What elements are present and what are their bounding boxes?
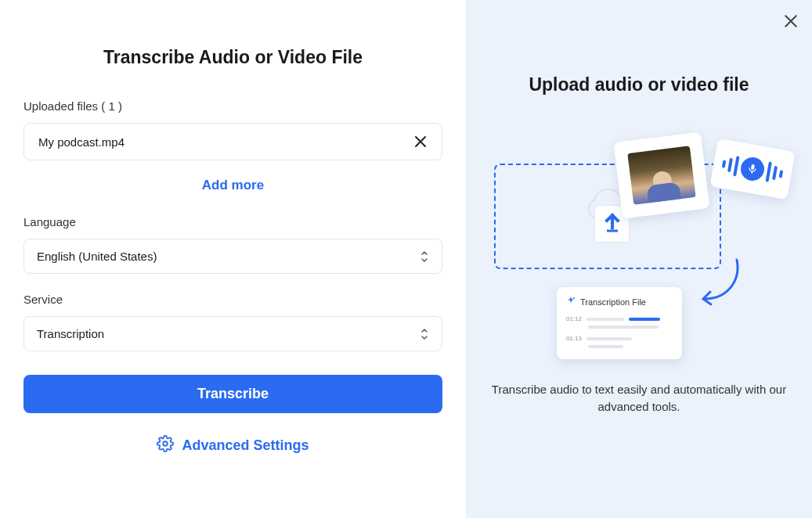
svg-rect-2 — [751, 164, 755, 171]
timestamp-1: 01:12 — [566, 315, 582, 322]
language-label: Language — [23, 215, 442, 228]
upload-arrow-icon — [604, 212, 621, 236]
page-title: Transcribe Audio or Video File — [23, 47, 442, 68]
uploaded-files-label: Uploaded files ( 1 ) — [23, 99, 442, 113]
right-panel: Upload audio or video file — [466, 0, 812, 518]
gear-icon — [157, 435, 174, 456]
timestamp-2: 01:13 — [566, 335, 582, 342]
transcription-card: Transcription File 01:12 01:13 — [557, 287, 682, 359]
upload-title: Upload audio or video file — [529, 74, 749, 95]
file-name: My podcast.mp4 — [38, 135, 125, 149]
advanced-settings-label: Advanced Settings — [182, 437, 309, 454]
advanced-settings-button[interactable]: Advanced Settings — [23, 435, 442, 456]
language-value: English (United States) — [37, 250, 157, 263]
sparkle-icon — [566, 297, 576, 308]
service-select[interactable]: Transcription — [23, 316, 442, 351]
chevron-updown-icon — [420, 250, 429, 263]
left-panel: Transcribe Audio or Video File Uploaded … — [0, 0, 466, 518]
transcribe-button[interactable]: Transcribe — [23, 375, 442, 413]
svg-point-0 — [164, 441, 168, 446]
audio-card — [709, 138, 795, 200]
uploaded-file-row: My podcast.mp4 — [23, 123, 442, 160]
language-select[interactable]: English (United States) — [23, 239, 442, 274]
remove-file-icon[interactable] — [413, 135, 428, 149]
svg-line-3 — [752, 171, 752, 174]
chevron-updown-icon — [420, 328, 429, 340]
close-icon[interactable] — [784, 14, 798, 31]
video-card — [613, 132, 709, 219]
transcription-card-title: Transcription File — [580, 297, 646, 307]
add-more-button[interactable]: Add more — [23, 178, 442, 193]
microphone-icon — [739, 156, 767, 183]
service-value: Transcription — [37, 327, 104, 340]
service-label: Service — [23, 293, 442, 306]
curved-arrow-icon — [698, 256, 745, 314]
upload-description: Transcribe audio to text easily and auto… — [490, 381, 788, 415]
upload-illustration: Transcription File 01:12 01:13 — [494, 131, 784, 365]
svg-point-4 — [573, 297, 575, 299]
